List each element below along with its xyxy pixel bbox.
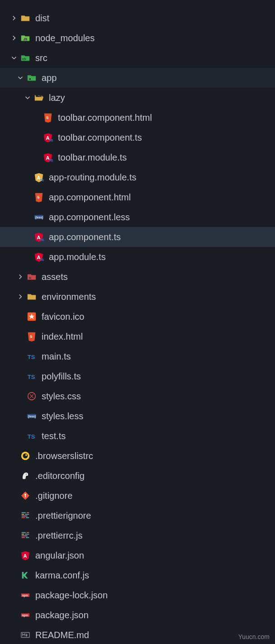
folder-environments[interactable]: environments: [0, 287, 275, 307]
npm-icon: [20, 590, 31, 601]
file-app-html[interactable]: app.component.html: [0, 187, 275, 207]
angular-icon: [33, 251, 44, 262]
angular-icon: [20, 550, 31, 561]
file-label: styles.less: [42, 411, 83, 421]
file-prettierignore[interactable]: .prettierignore: [0, 506, 275, 526]
folder-assets[interactable]: assets: [0, 267, 275, 287]
file-editorconfig[interactable]: .editorconfig: [0, 466, 275, 486]
typescript-icon: [26, 351, 37, 362]
file-label: app.component.html: [49, 192, 131, 203]
less-icon: [33, 212, 44, 223]
watermark: Yuucn.com: [238, 633, 270, 640]
chevron-right-icon: [14, 291, 26, 303]
chevron-down-icon: [8, 52, 20, 64]
file-index-html[interactable]: index.html: [0, 327, 275, 346]
app-folder-icon: [26, 72, 37, 83]
folder-label: src: [35, 53, 47, 63]
file-label: package.json: [35, 610, 89, 620]
folder-node-modules[interactable]: node_modules: [0, 28, 275, 48]
folder-label: environments: [42, 292, 96, 302]
file-label: .prettierignore: [35, 511, 91, 521]
assets-folder-icon: [26, 271, 37, 282]
folder-app[interactable]: app: [0, 68, 275, 88]
file-toolbar-html[interactable]: toolbar.component.html: [0, 108, 275, 128]
html5-icon: [43, 112, 53, 123]
file-styles-css[interactable]: styles.css: [0, 386, 275, 406]
file-gitignore[interactable]: .gitignore: [0, 486, 275, 506]
file-browserslistrc[interactable]: .browserslistrc: [0, 446, 275, 466]
file-package-json[interactable]: package.json: [0, 605, 275, 625]
file-label: index.html: [42, 331, 83, 342]
file-main-ts[interactable]: main.ts: [0, 346, 275, 366]
less-icon: [26, 411, 37, 421]
folder-label: app: [42, 73, 57, 83]
prettier-icon: [20, 510, 31, 521]
folder-label: dist: [35, 13, 49, 24]
file-label: app-routing.module.ts: [49, 172, 136, 183]
folder-src[interactable]: src: [0, 48, 275, 68]
chevron-right-icon: [8, 12, 20, 24]
file-prettierrc[interactable]: .prettierrc.js: [0, 526, 275, 545]
file-label: .prettierrc.js: [35, 530, 82, 541]
file-label: favicon.ico: [42, 312, 85, 322]
file-label: toolbar.component.ts: [58, 133, 142, 143]
file-favicon[interactable]: favicon.ico: [0, 307, 275, 327]
file-label: app.component.less: [49, 212, 130, 223]
karma-icon: [20, 570, 31, 581]
file-app-module[interactable]: app.module.ts: [0, 247, 275, 267]
html5-icon: [33, 192, 44, 203]
file-label: README.md: [35, 630, 89, 640]
npm-icon: [20, 610, 31, 620]
file-label: app.component.ts: [49, 232, 121, 242]
file-karma-conf[interactable]: karma.conf.js: [0, 565, 275, 585]
file-label: main.ts: [42, 351, 71, 362]
file-readme[interactable]: README.md: [0, 625, 275, 644]
file-app-routing[interactable]: app-routing.module.ts: [0, 167, 275, 187]
folder-label: lazy: [49, 93, 65, 103]
node-folder-icon: [20, 33, 31, 43]
folder-icon: [26, 291, 37, 302]
file-label: app.module.ts: [49, 252, 106, 262]
folder-label: assets: [42, 272, 68, 282]
markdown-icon: [20, 630, 31, 640]
file-test-ts[interactable]: test.ts: [0, 426, 275, 446]
folder-lazy[interactable]: lazy: [0, 88, 275, 108]
file-label: polyfills.ts: [42, 371, 81, 382]
file-label: test.ts: [42, 431, 66, 441]
file-label: toolbar.module.ts: [58, 152, 127, 163]
file-polyfills[interactable]: polyfills.ts: [0, 366, 275, 386]
file-explorer-tree: dist node_modules src app lazy toolbar.c…: [0, 0, 275, 644]
css-icon: [26, 391, 37, 402]
typescript-icon: [26, 431, 37, 441]
file-toolbar-module[interactable]: toolbar.module.ts: [0, 147, 275, 167]
file-label: toolbar.component.html: [58, 113, 152, 123]
editorconfig-icon: [20, 470, 31, 481]
prettier-icon: [20, 530, 31, 541]
file-label: .gitignore: [35, 491, 72, 501]
file-package-lock[interactable]: package-lock.json: [0, 585, 275, 605]
file-label: angular.json: [35, 550, 84, 561]
angular-icon: [33, 232, 44, 242]
file-label: styles.css: [42, 391, 81, 402]
file-app-less[interactable]: app.component.less: [0, 207, 275, 227]
browserslist-icon: [20, 450, 31, 461]
file-angular-json[interactable]: angular.json: [0, 545, 275, 565]
src-folder-icon: [20, 52, 31, 63]
file-label: .browserslistrc: [35, 451, 93, 461]
folder-icon: [20, 13, 31, 24]
file-label: package-lock.json: [35, 590, 108, 601]
favicon-icon: [26, 311, 37, 322]
file-app-ts[interactable]: app.component.ts: [0, 227, 275, 247]
file-label: karma.conf.js: [35, 570, 89, 581]
git-icon: [20, 490, 31, 501]
chevron-down-icon: [22, 92, 33, 104]
angular-routing-icon: [33, 172, 44, 183]
folder-dist[interactable]: dist: [0, 8, 275, 28]
chevron-right-icon: [8, 32, 20, 44]
file-label: .editorconfig: [35, 471, 85, 481]
file-toolbar-ts[interactable]: toolbar.component.ts: [0, 128, 275, 147]
angular-icon: [43, 152, 53, 163]
file-styles-less[interactable]: styles.less: [0, 406, 275, 426]
chevron-down-icon: [14, 72, 26, 84]
typescript-icon: [26, 371, 37, 382]
